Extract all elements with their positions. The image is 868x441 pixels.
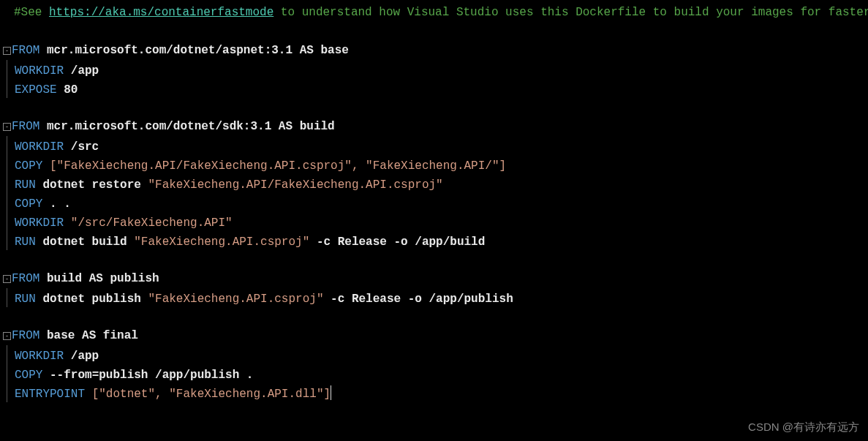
fold-toggle-icon[interactable]: - xyxy=(3,123,11,131)
indent-guide xyxy=(7,193,8,212)
indent-guide xyxy=(7,155,8,174)
token-kw: WORKDIR xyxy=(15,64,71,78)
token-str: "/src/FakeXiecheng.API" xyxy=(71,216,233,230)
token-str: ["dotnet", "FakeXiecheng.API.dll"] xyxy=(92,388,331,401)
indent-guide xyxy=(7,136,8,155)
code-editor[interactable]: #See https://aka.ms/containerfastmode to… xyxy=(0,0,868,402)
code-line[interactable]: RUN dotnet build "FakeXiecheng.API.cspro… xyxy=(3,231,868,250)
indent-guide xyxy=(7,364,8,383)
fold-toggle-icon[interactable]: - xyxy=(3,332,11,340)
indent-guide xyxy=(7,212,8,231)
token-white: /app xyxy=(71,64,99,78)
code-line[interactable]: WORKDIR /src xyxy=(3,136,868,155)
code-line[interactable]: -FROM mcr.microsoft.com/dotnet/aspnet:3.… xyxy=(3,41,868,60)
token-kw: FROM xyxy=(12,44,47,57)
token-kw: RUN xyxy=(15,293,42,306)
code-line[interactable]: COPY ["FakeXiecheng.API/FakeXiecheng.API… xyxy=(3,155,868,174)
indent-guide xyxy=(7,288,8,307)
token-white: mcr.microsoft.com/dotnet/sdk:3.1 AS buil… xyxy=(47,120,335,133)
code-line[interactable] xyxy=(3,307,868,326)
token-kw: ENTRYPOINT xyxy=(15,388,92,401)
indent-guide xyxy=(7,174,8,193)
token-kw: WORKDIR xyxy=(15,216,71,230)
token-white: . . xyxy=(50,197,71,211)
blank-line xyxy=(3,22,868,41)
code-line[interactable]: COPY . . xyxy=(3,193,868,212)
indent-guide xyxy=(7,383,8,402)
indent-guide xyxy=(7,345,8,364)
code-line[interactable]: WORKDIR "/src/FakeXiecheng.API" xyxy=(3,212,868,231)
token-kw: FROM xyxy=(12,272,47,285)
token-white: dotnet publish xyxy=(42,293,148,306)
token-kw: RUN xyxy=(15,235,42,249)
token-kw: EXPOSE xyxy=(15,83,64,97)
code-line[interactable]: -FROM mcr.microsoft.com/dotnet/sdk:3.1 A… xyxy=(3,117,868,136)
token-white: dotnet restore xyxy=(42,178,148,192)
code-line[interactable]: WORKDIR /app xyxy=(3,345,868,364)
comment-suffix: to understand how Visual Studio uses thi… xyxy=(273,6,868,19)
token-str: "FakeXiecheng.API.csproj" xyxy=(134,235,309,249)
token-white: --from=publish /app/publish . xyxy=(50,369,253,382)
fold-toggle-icon[interactable]: - xyxy=(3,275,11,283)
token-white: -c Release -o /app/build xyxy=(309,235,485,249)
indent-guide xyxy=(7,60,8,79)
token-kw: FROM xyxy=(12,329,47,342)
token-white: /app xyxy=(71,350,99,363)
code-line[interactable]: COPY --from=publish /app/publish . xyxy=(3,364,868,383)
code-line[interactable]: -FROM base AS final xyxy=(3,326,868,345)
token-white: mcr.microsoft.com/dotnet/aspnet:3.1 AS b… xyxy=(47,44,349,57)
token-kw: WORKDIR xyxy=(15,350,71,363)
indent-guide xyxy=(7,79,8,98)
token-str: "FakeXiecheng.API/FakeXiecheng.API.cspro… xyxy=(148,178,442,192)
code-line[interactable]: ENTRYPOINT ["dotnet", "FakeXiecheng.API.… xyxy=(3,383,868,402)
token-str: ["FakeXiecheng.API/FakeXiecheng.API.cspr… xyxy=(50,159,506,173)
fold-toggle-icon[interactable]: - xyxy=(3,47,11,55)
watermark: CSDN @有诗亦有远方 xyxy=(748,418,859,437)
token-white: build AS publish xyxy=(47,272,159,285)
comment-line: #See https://aka.ms/containerfastmode to… xyxy=(3,3,868,22)
token-kw: COPY xyxy=(15,369,50,382)
token-kw: WORKDIR xyxy=(15,140,71,154)
token-white: -c Release -o /app/publish xyxy=(323,293,513,306)
code-line[interactable]: EXPOSE 80 xyxy=(3,79,868,98)
code-line[interactable]: RUN dotnet publish "FakeXiecheng.API.csp… xyxy=(3,288,868,307)
code-line[interactable]: -FROM build AS publish xyxy=(3,269,868,288)
token-kw: COPY xyxy=(15,159,50,173)
code-line[interactable]: RUN dotnet restore "FakeXiecheng.API/Fak… xyxy=(3,174,868,193)
token-kw: RUN xyxy=(15,178,42,192)
code-line[interactable] xyxy=(3,98,868,117)
token-white: dotnet build xyxy=(42,235,134,249)
indent-guide xyxy=(7,231,8,250)
text-caret xyxy=(331,385,331,400)
code-line[interactable] xyxy=(3,250,868,269)
code-line[interactable]: WORKDIR /app xyxy=(3,60,868,79)
comment-prefix: #See xyxy=(14,6,49,19)
token-white: base AS final xyxy=(47,329,138,342)
token-kw: COPY xyxy=(15,197,50,211)
comment-link[interactable]: https://aka.ms/containerfastmode xyxy=(49,6,273,19)
token-kw: FROM xyxy=(12,120,47,133)
token-str: "FakeXiecheng.API.csproj" xyxy=(148,293,323,306)
token-white: /src xyxy=(71,140,99,154)
token-white: 80 xyxy=(64,83,78,97)
